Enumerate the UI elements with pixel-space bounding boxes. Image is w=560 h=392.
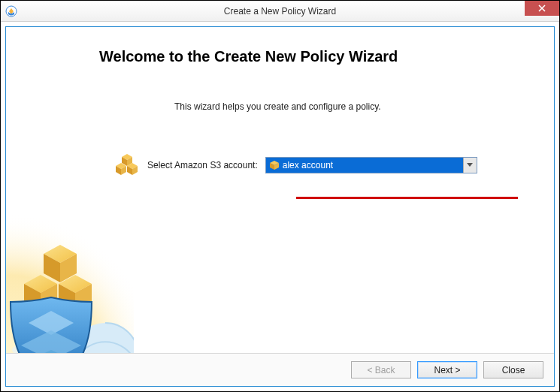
account-dropdown[interactable]: alex account (265, 157, 477, 173)
window-title: Create a New Policy Wizard (1, 6, 559, 17)
highlight-underline (296, 197, 518, 199)
wizard-button-bar: < Back Next > Close (6, 353, 554, 386)
cube-icon (269, 160, 280, 170)
chevron-down-icon (463, 158, 477, 173)
next-button[interactable]: Next > (417, 361, 477, 378)
account-row: Select Amazon S3 account: alex account (114, 152, 536, 178)
page-title: Welcome to the Create New Policy Wizard (99, 48, 536, 65)
wizard-body: Welcome to the Create New Policy Wizard … (5, 26, 555, 387)
window-close-button[interactable] (525, 1, 559, 16)
close-button[interactable]: Close (483, 361, 543, 378)
titlebar: Create a New Policy Wizard (1, 1, 559, 22)
back-button: < Back (351, 361, 411, 378)
close-icon (538, 5, 546, 12)
account-selected-value: alex account (283, 160, 463, 170)
wizard-content: Welcome to the Create New Policy Wizard … (6, 27, 554, 350)
page-description: This wizard helps you create and configu… (174, 101, 536, 112)
cubes-icon (114, 152, 140, 178)
account-label: Select Amazon S3 account: (147, 160, 258, 170)
app-icon (5, 5, 17, 17)
